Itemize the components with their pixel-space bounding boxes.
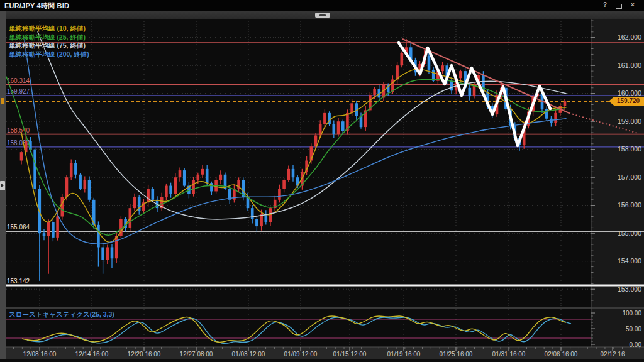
current-price-tag: 159.720 — [609, 97, 644, 106]
x-axis-label: 01/31 16:00 — [492, 351, 526, 358]
y-axis-label: 153.000 — [618, 285, 641, 293]
price-line-label: 153.142 — [7, 278, 30, 285]
title-bar[interactable]: EUR/JPY 4時間 BID ? × — [0, 0, 644, 11]
x-axis-label: 01/15 12:00 — [333, 351, 367, 358]
restore-icon — [616, 4, 622, 9]
x-axis-label: 01/03 12:00 — [232, 351, 265, 358]
collapse-icon — [319, 14, 326, 16]
price-line-label: 155.064 — [7, 224, 30, 231]
y-axis-label: 158.000 — [618, 145, 641, 153]
chart-canvas[interactable]: 160.314159.927158.540158.087155.064153.1… — [0, 0, 644, 362]
panel-expand-handle[interactable] — [0, 181, 5, 190]
y-axis-label: 154.000 — [618, 257, 641, 265]
ma-legend-item: 単純移動平均線 (200, 終値) — [9, 50, 89, 59]
stoch-axis-label: 50.00 — [626, 326, 641, 332]
stochastics-label: スローストキャスティクス(25, 3,3) — [9, 310, 114, 319]
stoch-axis-label: 0.00 — [630, 341, 642, 348]
y-axis-label: 160.000 — [618, 89, 641, 97]
x-axis-label: 01/09 12:00 — [284, 351, 318, 358]
y-axis-label: 156.000 — [618, 201, 641, 209]
x-axis-label: 12/14 16:00 — [75, 351, 109, 358]
window-title: EUR/JPY 4時間 BID — [4, 1, 69, 11]
x-axis-label: 12/08 16:00 — [23, 351, 57, 358]
x-axis-label: 02/12 16 — [601, 351, 625, 358]
left-panel-splitter[interactable] — [0, 11, 6, 359]
y-axis-label: 162.000 — [618, 33, 641, 41]
x-axis-label: 12/20 16:00 — [128, 351, 161, 358]
current-price-value: 159.720 — [609, 97, 644, 106]
y-axis-label: 159.000 — [618, 118, 641, 125]
ma-legend-item: 単純移動平均線 (75, 終値) — [9, 41, 89, 50]
stoch-axis-label: 100.00 — [622, 310, 641, 317]
price-line-edge-marker — [1, 98, 4, 104]
ma-legend-item: 単純移動平均線 (10, 終値) — [9, 25, 89, 33]
close-button[interactable]: × — [627, 1, 638, 8]
ma-legend-item: 単純移動平均線 (25, 終値) — [9, 33, 89, 42]
y-axis-label: 157.000 — [618, 173, 641, 181]
y-axis-label: 161.000 — [618, 62, 641, 69]
x-axis-label: 01/25 16:00 — [440, 351, 473, 358]
ma-legend: 単純移動平均線 (10, 終値)単純移動平均線 (25, 終値)単純移動平均線 … — [9, 25, 89, 58]
x-axis-label: 12/27 08:00 — [180, 351, 213, 358]
x-axis-label: 01/19 16:00 — [387, 351, 421, 358]
expand-arrow-icon — [1, 184, 4, 187]
chart-window: 160.314159.927158.540158.087155.064153.1… — [0, 0, 644, 362]
price-line-label: 158.540 — [7, 127, 30, 134]
price-line-label: 160.314 — [7, 77, 30, 84]
panel-collapse-button[interactable] — [315, 13, 330, 18]
x-axis-label: 02/06 16:00 — [545, 351, 578, 358]
help-button[interactable]: ? — [599, 1, 611, 8]
y-axis-label: 155.000 — [618, 229, 641, 237]
